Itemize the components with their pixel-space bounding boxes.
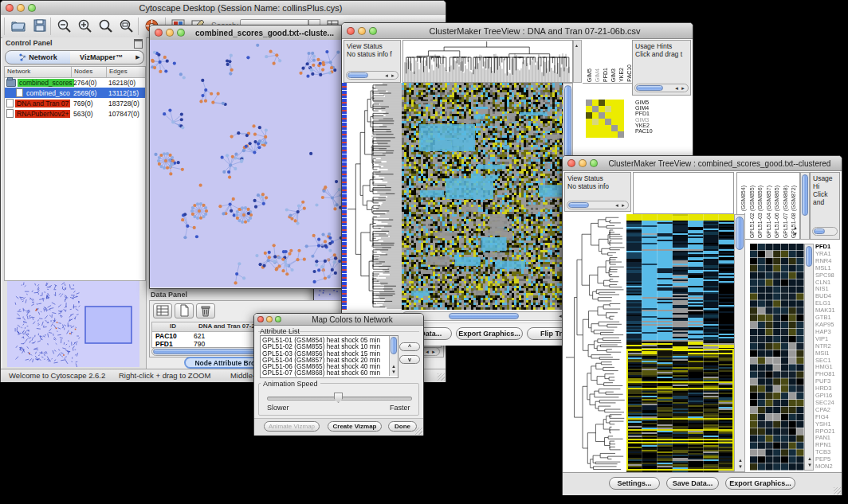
tv2-status-hscrollbar[interactable]: ◄► [567, 201, 629, 209]
matrix-cell[interactable] [599, 100, 605, 106]
row-label[interactable]: PFD1 [635, 111, 691, 116]
done-button[interactable]: Done [388, 421, 417, 432]
create-vizmap-button[interactable]: Create Vizmap [328, 421, 382, 432]
attribute-list-item[interactable]: GPL51-06 (GSM865) heat shock 40 min [262, 363, 387, 369]
tv2-settings-button[interactable]: Settings... [609, 477, 660, 490]
matrix-cell[interactable] [611, 131, 618, 138]
tv1-export-graphics-button[interactable]: Export Graphics... [456, 327, 523, 340]
tv1-row-dendrogram[interactable] [347, 83, 402, 310]
save-icon[interactable] [33, 18, 47, 33]
column-label[interactable]: GIM4 [594, 68, 602, 82]
matrix-cell[interactable] [611, 112, 618, 119]
column-label[interactable]: GPL51-02 (GSM855) [748, 186, 756, 238]
zoom-window-button[interactable] [28, 4, 36, 12]
matrix-cell[interactable] [599, 125, 605, 131]
matrix-cell[interactable] [618, 106, 624, 112]
network-table-header[interactable]: Network Nodes Edges [5, 67, 145, 78]
matrix-cell[interactable] [592, 131, 599, 138]
matrix-cell[interactable] [592, 119, 599, 125]
column-label[interactable]: YKE2 [618, 68, 626, 82]
matrix-cell[interactable] [605, 125, 611, 131]
tv2-column-tree-area[interactable] [633, 172, 734, 214]
zoom-fit-icon[interactable] [119, 18, 134, 33]
matrix-cell[interactable] [586, 112, 592, 119]
attribute-list-item[interactable]: GPL51-07 (GSM868) heat shock 60 min [262, 369, 387, 376]
main-titlebar[interactable]: Cytoscape Desktop (Session Name: collins… [1, 1, 446, 16]
column-label[interactable]: GPL51-06 (GSM865) [773, 186, 781, 238]
column-label[interactable]: GPL51-07 (GSM868) [782, 186, 790, 238]
tv1-heatmap-canvas[interactable] [402, 83, 563, 310]
zoom-window-button[interactable] [369, 27, 377, 35]
minimize-button[interactable] [266, 316, 273, 322]
network-list-row[interactable]: combined_sco2569(6)13112(15) [5, 88, 145, 98]
tab-vizmapper[interactable]: VizMapper™ [70, 50, 133, 64]
row-label[interactable]: GIM4 [635, 105, 691, 111]
move-down-button[interactable]: v [399, 355, 420, 364]
matrix-cell[interactable] [599, 112, 605, 119]
tv2-collabel-vscrollbar[interactable] [800, 172, 810, 240]
matrix-cell[interactable] [605, 112, 611, 119]
tab-network[interactable]: Network [5, 50, 72, 64]
column-label[interactable]: GPL51-03 (GSM856) [756, 186, 764, 238]
column-label[interactable]: GIM5 [586, 68, 594, 82]
resize-grip[interactable] [834, 487, 841, 494]
attribute-list-item[interactable]: GPL51-01 (GSM854) heat shock 05 min [262, 337, 387, 343]
tv1-status-hscrollbar[interactable]: ◄► [346, 71, 398, 80]
matrix-cell[interactable] [592, 100, 599, 106]
close-button[interactable] [347, 27, 355, 35]
column-label[interactable]: GIM3 [610, 68, 618, 82]
row-label[interactable]: GIM3 [635, 117, 691, 123]
close-button[interactable] [6, 4, 14, 12]
matrix-cell[interactable] [599, 131, 605, 138]
minimize-button[interactable] [17, 4, 25, 12]
row-label[interactable]: MON2 [815, 463, 842, 471]
tv1-heatmap-hscrollbar[interactable]: ◄► [402, 311, 573, 321]
zoom-window-button[interactable] [275, 316, 281, 322]
birdseye-view-canvas[interactable] [7, 281, 139, 367]
matrix-cell[interactable] [618, 100, 624, 106]
matrix-cell[interactable] [592, 125, 599, 131]
column-label[interactable]: GPL51-04 (GSM857) [765, 186, 773, 238]
tv1-column-dendrogram[interactable] [402, 40, 573, 83]
minimize-button[interactable] [166, 29, 174, 37]
tv2-heatmap-vscrollbar[interactable]: ▲▼ [734, 214, 745, 472]
matrix-cell[interactable] [599, 106, 605, 112]
attribute-list-item[interactable]: GPL51-02 (GSM855) heat shock 10 min [262, 343, 387, 350]
network-list-row[interactable]: DNA and Tran 07769(0)183728(0) [5, 98, 145, 108]
tv2-usage-hscrollbar[interactable] [812, 227, 838, 236]
tab-overflow-arrow[interactable]: ▶ [132, 50, 144, 64]
network1-titlebar[interactable]: combined_scores_good.txt--cluste... [150, 25, 344, 41]
open-folder-icon[interactable] [10, 18, 26, 33]
network-list-row[interactable]: RNAPuberNov2+563(0)107847(0) [5, 108, 145, 119]
zoom-out-icon[interactable] [57, 18, 72, 33]
matrix-cell[interactable] [586, 125, 592, 131]
animate-vizmap-button[interactable]: Animate Vizmap [264, 421, 320, 432]
move-up-button[interactable]: ^ [399, 342, 420, 351]
minimize-button[interactable] [579, 159, 587, 167]
matrix-cell[interactable] [611, 125, 618, 131]
zoom-window-button[interactable] [590, 159, 598, 167]
matrix-cell[interactable] [586, 100, 592, 106]
row-label[interactable]: PAC10 [635, 128, 691, 134]
matrix-cell[interactable] [618, 112, 624, 119]
tv2-zoom-heatmap[interactable] [750, 244, 804, 471]
row-label[interactable]: YKE2 [635, 123, 691, 128]
column-label[interactable]: PFD1 [602, 68, 610, 82]
matrix-cell[interactable] [605, 100, 611, 106]
zoom-in-icon[interactable] [77, 18, 92, 33]
tv2-zoom-vscrollbar[interactable]: ▲▼ [804, 244, 814, 471]
matrix-cell[interactable] [605, 131, 611, 138]
treeview2-titlebar[interactable]: ClusterMaker TreeView : combined_scores_… [563, 156, 842, 171]
treeview1-titlebar[interactable]: ClusterMaker TreeView : DNA and Tran 07-… [342, 23, 693, 39]
network-list-row[interactable]: combined_scores2764(0)16218(0) [5, 77, 145, 88]
tv2-save-data-button[interactable]: Save Data... [666, 477, 719, 490]
attribute-list-vscrollbar[interactable]: ▲▼ [389, 336, 398, 376]
close-button[interactable] [257, 316, 264, 322]
dialog-titlebar[interactable]: Map Colors to Network [254, 314, 423, 326]
column-label[interactable]: GPL51-08 (GSM872) [790, 186, 798, 238]
attribute-select-button[interactable] [153, 303, 172, 318]
zoom-selected-icon[interactable] [98, 18, 113, 33]
close-button[interactable] [155, 29, 163, 37]
matrix-cell[interactable] [586, 106, 592, 112]
tv2-row-dendrogram[interactable] [564, 214, 626, 472]
